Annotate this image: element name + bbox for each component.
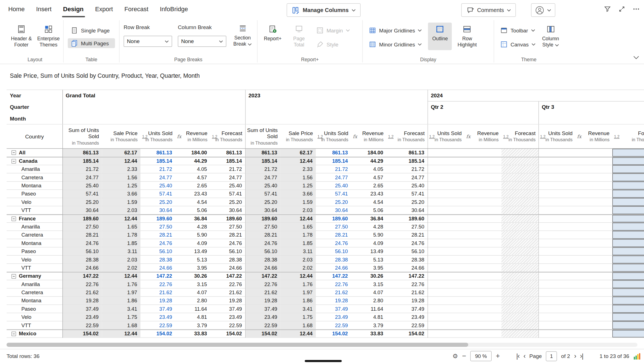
report-plus-button[interactable]: Report+ — [261, 23, 285, 50]
data-cell[interactable]: 19.28 — [387, 297, 428, 305]
data-cell[interactable] — [612, 256, 644, 263]
data-cell[interactable] — [501, 223, 538, 230]
collapse-icon[interactable] — [11, 150, 16, 155]
data-cell[interactable]: 1.59 — [102, 198, 140, 206]
data-cell[interactable]: 1.86 — [102, 297, 140, 305]
data-cell[interactable]: 19.28 — [210, 297, 245, 305]
data-cell[interactable] — [538, 321, 575, 329]
data-cell[interactable]: 24.76 — [62, 239, 102, 247]
data-cell[interactable] — [428, 190, 465, 198]
major-gridlines-button[interactable]: Major Gridlines — [366, 25, 425, 35]
data-cell[interactable]: 19.28 — [141, 297, 176, 305]
data-cell[interactable] — [501, 165, 538, 173]
column-header-2023-units-sold[interactable]: 1.2Units Soldin Thousands — [316, 124, 351, 149]
data-cell[interactable]: 12.44 — [281, 157, 316, 165]
row-label-vtt[interactable]: VTT — [7, 321, 63, 329]
data-cell[interactable] — [465, 239, 501, 247]
data-cell[interactable] — [428, 239, 465, 247]
data-cell[interactable]: 19.28 — [245, 297, 280, 305]
data-cell[interactable]: 861.13 — [245, 149, 280, 157]
data-cell[interactable]: 3.95 — [175, 264, 210, 272]
data-cell[interactable] — [428, 305, 465, 313]
data-cell[interactable]: 28.38 — [387, 256, 428, 263]
row-label-amarilla[interactable]: Amarilla — [7, 223, 63, 230]
data-cell[interactable] — [538, 239, 575, 247]
data-cell[interactable]: 28.21 — [316, 231, 351, 239]
data-cell[interactable] — [538, 247, 575, 255]
data-cell[interactable]: 2.03 — [102, 256, 140, 263]
data-cell[interactable] — [576, 330, 612, 337]
data-cell[interactable]: 21.72 — [245, 165, 280, 173]
data-cell[interactable]: 62.17 — [102, 149, 140, 157]
row-label-mexico[interactable]: Mexico — [7, 330, 63, 337]
data-cell[interactable] — [612, 272, 644, 280]
data-cell[interactable] — [501, 247, 538, 255]
data-cell[interactable] — [465, 231, 501, 239]
row-label-vtt[interactable]: VTT — [7, 264, 63, 272]
data-cell[interactable] — [612, 215, 644, 222]
data-cell[interactable] — [501, 321, 538, 329]
data-cell[interactable]: 23.49 — [210, 313, 245, 321]
page-number-input[interactable] — [546, 351, 557, 361]
data-cell[interactable] — [576, 206, 612, 214]
ribbon-collapse-icon[interactable] — [633, 54, 639, 60]
expand-icon[interactable] — [618, 5, 625, 13]
data-cell[interactable]: 25.20 — [245, 198, 280, 206]
enterprise-themes-button[interactable]: Enterprise Themes — [35, 23, 61, 50]
data-cell[interactable] — [501, 231, 538, 239]
data-cell[interactable]: 21.72 — [387, 165, 428, 173]
comments-button[interactable]: Comments — [461, 3, 516, 17]
data-cell[interactable]: 24.77 — [210, 173, 245, 181]
data-cell[interactable]: 22.76 — [62, 280, 102, 288]
data-cell[interactable]: 36.84 — [351, 215, 386, 222]
data-cell[interactable]: 24.76 — [210, 239, 245, 247]
data-cell[interactable] — [576, 231, 612, 239]
data-cell[interactable]: 185.14 — [316, 157, 351, 165]
column-header-grand-total-sale-price[interactable]: Sale Pricein Thousands — [102, 124, 140, 149]
data-cell[interactable]: 12.44 — [281, 272, 316, 280]
data-cell[interactable]: 2.80 — [351, 297, 386, 305]
data-cell[interactable]: 147.22 — [245, 272, 280, 280]
data-cell[interactable] — [538, 289, 575, 296]
data-cell[interactable]: 3.95 — [351, 264, 386, 272]
data-cell[interactable]: 44.29 — [175, 157, 210, 165]
data-cell[interactable]: 22.59 — [245, 321, 280, 329]
data-cell[interactable] — [428, 272, 465, 280]
data-cell[interactable] — [465, 272, 501, 280]
data-cell[interactable] — [576, 289, 612, 296]
data-cell[interactable] — [538, 280, 575, 288]
data-cell[interactable]: 37.49 — [62, 305, 102, 313]
data-cell[interactable] — [538, 313, 575, 321]
data-cell[interactable]: 1.86 — [281, 297, 316, 305]
data-cell[interactable]: 4.05 — [351, 165, 386, 173]
data-cell[interactable]: 189.60 — [245, 215, 280, 222]
tab-insert[interactable]: Insert — [30, 0, 57, 19]
data-cell[interactable]: 189.60 — [141, 215, 176, 222]
column-header-grand-total-revenue[interactable]: fxRevenuein Millions — [175, 124, 210, 149]
more-options-icon[interactable] — [633, 5, 640, 13]
data-cell[interactable] — [501, 239, 538, 247]
data-cell[interactable] — [428, 206, 465, 214]
data-cell[interactable] — [501, 313, 538, 321]
column-break-select[interactable]: None — [178, 36, 226, 47]
data-cell[interactable]: 24.66 — [245, 264, 280, 272]
column-header-2023-revenue[interactable]: fxRevenuein Millions — [351, 124, 386, 149]
data-cell[interactable]: 1.78 — [102, 231, 140, 239]
data-cell[interactable]: 21.62 — [62, 289, 102, 296]
data-cell[interactable]: 30.64 — [210, 206, 245, 214]
data-cell[interactable]: 147.22 — [387, 272, 428, 280]
data-cell[interactable] — [428, 330, 465, 337]
collapse-icon[interactable] — [11, 331, 16, 336]
row-label-montana[interactable]: Montana — [7, 239, 63, 247]
data-cell[interactable]: 13.49 — [175, 247, 210, 255]
data-cell[interactable]: 4.54 — [175, 198, 210, 206]
data-cell[interactable]: 4.57 — [351, 173, 386, 181]
data-cell[interactable]: 189.60 — [316, 215, 351, 222]
row-break-select[interactable]: None — [124, 36, 172, 47]
data-cell[interactable]: 23.49 — [245, 313, 280, 321]
row-label-all[interactable]: All — [7, 149, 63, 157]
data-cell[interactable]: 56.10 — [141, 247, 176, 255]
data-cell[interactable]: 2.65 — [175, 181, 210, 189]
single-page-button[interactable]: Single Page — [68, 25, 115, 35]
data-cell[interactable] — [465, 330, 501, 337]
